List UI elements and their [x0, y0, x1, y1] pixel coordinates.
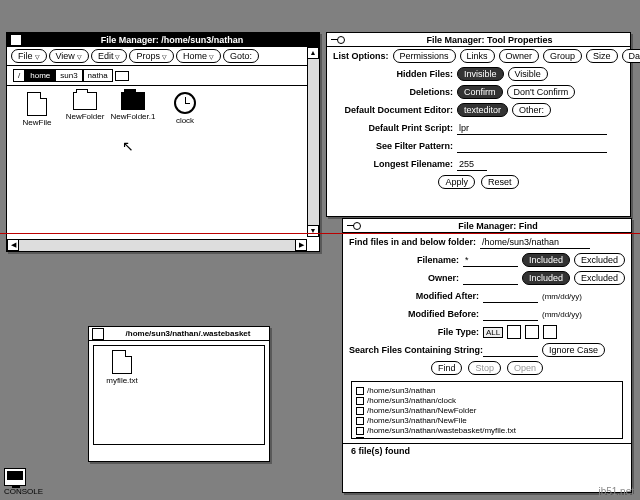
- menu-goto[interactable]: Goto:: [223, 49, 259, 63]
- console-minimized[interactable]: CONSOLE: [4, 468, 43, 496]
- longest-input[interactable]: [457, 158, 487, 171]
- menu-home[interactable]: Home▽: [176, 49, 221, 63]
- longest-label: Longest Filename:: [333, 159, 453, 169]
- file-icon: [27, 92, 47, 116]
- waste-title: /home/sun3/nathan/.wastebasket: [107, 329, 269, 338]
- checkbox[interactable]: [356, 407, 364, 415]
- open-button[interactable]: Open: [507, 361, 543, 375]
- opt-visible[interactable]: Visible: [508, 67, 548, 81]
- ftype-folder-icon[interactable]: [507, 325, 521, 339]
- filter-label: See Filter Pattern:: [333, 141, 453, 151]
- cursor-icon: ↖: [122, 138, 134, 154]
- checkbox[interactable]: [356, 417, 364, 425]
- opt-links[interactable]: Links: [460, 49, 495, 63]
- scroll-right-icon[interactable]: ▶: [295, 239, 307, 251]
- window-menu-icon[interactable]: [92, 328, 104, 340]
- mbefore-input[interactable]: [483, 308, 538, 321]
- result-row[interactable]: /home/sun3/nathan/NewFolder: [356, 406, 618, 416]
- menu-props[interactable]: Props▽: [129, 49, 174, 63]
- item-newfolder[interactable]: NewFolder: [61, 92, 109, 121]
- stop-button[interactable]: Stop: [468, 361, 501, 375]
- opt-other[interactable]: Other:: [512, 103, 551, 117]
- ftype-file-icon[interactable]: [525, 325, 539, 339]
- path-home[interactable]: home: [25, 69, 55, 82]
- result-row[interactable]: /home/sun3/nathan: [356, 386, 618, 396]
- waste-content: myfile.txt: [93, 345, 265, 445]
- fm-title: File Manager: /home/sun3/nathan: [25, 35, 319, 45]
- ftype-app-icon[interactable]: [543, 325, 557, 339]
- date-hint: (mm/dd/yy): [542, 292, 582, 301]
- folder-input[interactable]: [480, 236, 590, 249]
- scrollbar-v[interactable]: [307, 47, 319, 237]
- opt-owner[interactable]: Owner: [499, 49, 540, 63]
- opt-permissions[interactable]: Permissions: [393, 49, 456, 63]
- pin-icon[interactable]: [347, 222, 361, 230]
- ftype-label: File Type:: [349, 327, 479, 337]
- mafter-input[interactable]: [483, 290, 538, 303]
- checkbox[interactable]: [356, 437, 364, 439]
- print-script-input[interactable]: [457, 122, 607, 135]
- scrollbar-h[interactable]: [7, 239, 307, 251]
- filename-label: Filename:: [349, 255, 459, 265]
- checkbox[interactable]: [356, 427, 364, 435]
- filename-input[interactable]: [463, 254, 518, 267]
- item-myfile[interactable]: myfile.txt: [98, 350, 146, 385]
- find-titlebar[interactable]: File Manager: Find: [343, 219, 631, 233]
- props-title: File Manager: Tool Properties: [349, 35, 630, 45]
- opt-size[interactable]: Size: [586, 49, 618, 63]
- file-manager-window: File Manager: /home/sun3/nathan File▽ Vi…: [6, 32, 320, 252]
- owner-included[interactable]: Included: [522, 271, 570, 285]
- scroll-up-icon[interactable]: ▲: [307, 47, 319, 59]
- filename-excluded[interactable]: Excluded: [574, 253, 625, 267]
- result-row[interactable]: /home/sun3/nathan/wastebasket/myfile.txt: [356, 426, 618, 436]
- item-clock[interactable]: clock: [161, 92, 209, 125]
- result-row[interactable]: /home/sun3/nathan/NewFolder.1: [356, 436, 618, 439]
- pin-icon[interactable]: [331, 36, 345, 44]
- owner-excluded[interactable]: Excluded: [574, 271, 625, 285]
- item-newfolder1[interactable]: NewFolder.1: [109, 92, 157, 121]
- filter-input[interactable]: [457, 140, 607, 153]
- waste-titlebar[interactable]: /home/sun3/nathan/.wastebasket: [89, 327, 269, 341]
- checkbox[interactable]: [356, 387, 364, 395]
- fm-menubar: File▽ View▽ Edit▽ Props▽ Home▽ Goto:: [7, 47, 319, 66]
- owner-input[interactable]: [463, 272, 518, 285]
- result-row[interactable]: /home/sun3/nathan/clock: [356, 396, 618, 406]
- deletions-label: Deletions:: [333, 87, 453, 97]
- fm-titlebar[interactable]: File Manager: /home/sun3/nathan: [7, 33, 319, 47]
- path-nathan[interactable]: natha: [83, 69, 113, 82]
- menu-view[interactable]: View▽: [49, 49, 89, 63]
- checkbox[interactable]: [356, 397, 364, 405]
- print-label: Default Print Script:: [333, 123, 453, 133]
- folder-icon: [121, 92, 145, 110]
- props-titlebar[interactable]: File Manager: Tool Properties: [327, 33, 630, 47]
- search-input[interactable]: [483, 344, 538, 357]
- path-folder-icon[interactable]: [115, 71, 129, 81]
- opt-confirm[interactable]: Confirm: [457, 85, 503, 99]
- path-sun3[interactable]: sun3: [55, 69, 82, 82]
- opt-texteditor[interactable]: texteditor: [457, 103, 508, 117]
- path-root[interactable]: /: [13, 69, 25, 82]
- apply-button[interactable]: Apply: [438, 175, 475, 189]
- find-title: File Manager: Find: [365, 221, 631, 231]
- scroll-left-icon[interactable]: ◀: [7, 239, 19, 251]
- ignore-case[interactable]: Ignore Case: [542, 343, 605, 357]
- menu-file[interactable]: File▽: [11, 49, 47, 63]
- opt-dontconfirm[interactable]: Don't Confirm: [507, 85, 576, 99]
- window-menu-icon[interactable]: [10, 34, 22, 46]
- item-newfile[interactable]: NewFile: [13, 92, 61, 127]
- mafter-label: Modified After:: [349, 291, 479, 301]
- date-hint: (mm/dd/yy): [542, 310, 582, 319]
- opt-date[interactable]: Date: [622, 49, 640, 63]
- opt-group[interactable]: Group: [543, 49, 582, 63]
- ftype-all[interactable]: ALL: [483, 327, 503, 338]
- scroll-down-icon[interactable]: ▼: [307, 225, 319, 237]
- list-options-label: List Options:: [333, 51, 389, 61]
- result-row[interactable]: /home/sun3/nathan/NewFile: [356, 416, 618, 426]
- fm-content: NewFile NewFolder NewFolder.1 clock ↖: [7, 86, 319, 242]
- reset-button[interactable]: Reset: [481, 175, 519, 189]
- find-button[interactable]: Find: [431, 361, 463, 375]
- find-status: 6 file(s) found: [343, 443, 631, 458]
- opt-invisible[interactable]: Invisible: [457, 67, 504, 81]
- menu-edit[interactable]: Edit▽: [91, 49, 128, 63]
- filename-included[interactable]: Included: [522, 253, 570, 267]
